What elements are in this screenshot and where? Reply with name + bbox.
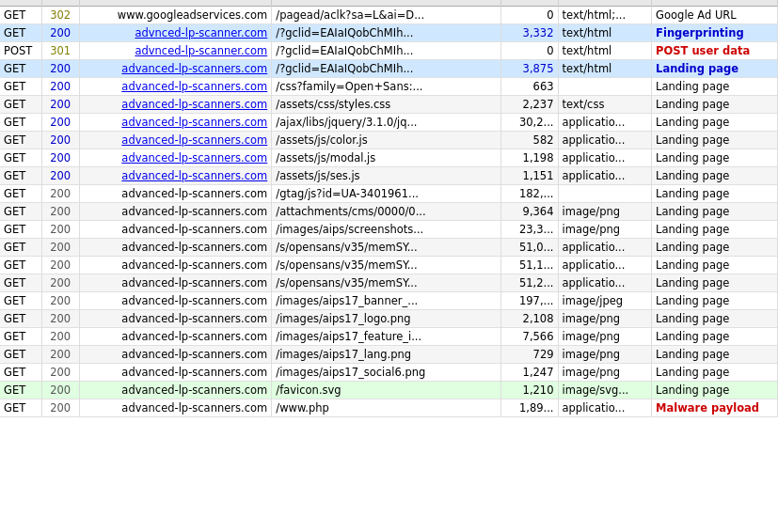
cell-method: GET	[0, 114, 41, 132]
table-row[interactable]: GET 200 advanced-lp-scanners.com /images…	[0, 328, 778, 346]
cell-body: 23,3...	[500, 221, 558, 239]
cell-comment: Landing page	[652, 78, 778, 96]
cell-host: advanced-lp-scanners.com	[79, 185, 272, 203]
cell-url: /gtag/js?id=UA-3401961...	[272, 185, 500, 203]
cell-host[interactable]: advnced-lp-scanner.com	[79, 42, 272, 60]
cell-body: 2,108	[500, 310, 558, 328]
cell-content-type: image/svg...	[558, 382, 652, 399]
cell-comment: Landing page	[652, 60, 778, 78]
cell-url: /favicon.svg	[272, 382, 500, 399]
table-row[interactable]: GET 200 advanced-lp-scanners.com /attach…	[0, 203, 778, 221]
cell-host: advanced-lp-scanners.com	[79, 346, 272, 364]
cell-comment: Landing page	[652, 221, 778, 239]
cell-content-type: image/png	[558, 364, 652, 382]
cell-host[interactable]: advanced-lp-scanners.com	[79, 96, 272, 114]
cell-host: advanced-lp-scanners.com	[79, 328, 272, 346]
cell-content-type: image/jpeg	[558, 292, 652, 310]
cell-result: 200	[41, 239, 79, 257]
table-row[interactable]: GET 302 www.googleadservices.com /pagead…	[0, 7, 778, 24]
table-row[interactable]: GET 200 advanced-lp-scanners.com /s/open…	[0, 257, 778, 274]
cell-method: GET	[0, 364, 41, 382]
cell-method: GET	[0, 203, 41, 221]
table-row[interactable]: GET 200 advanced-lp-scanners.com /css?fa…	[0, 78, 778, 96]
cell-body: 51,1...	[500, 257, 558, 274]
table-row[interactable]: GET 200 advanced-lp-scanners.com /images…	[0, 292, 778, 310]
cell-content-type: applicatio...	[558, 399, 652, 417]
cell-method: POST	[0, 42, 41, 60]
cell-method: GET	[0, 221, 41, 239]
cell-comment: Landing page	[652, 114, 778, 132]
cell-content-type: applicatio...	[558, 114, 652, 132]
table-row[interactable]: GET 200 advanced-lp-scanners.com /images…	[0, 221, 778, 239]
cell-host[interactable]: advanced-lp-scanners.com	[79, 60, 272, 78]
cell-method: GET	[0, 292, 41, 310]
cell-host: advanced-lp-scanners.com	[79, 399, 272, 417]
cell-comment: Fingerprinting	[652, 24, 778, 42]
cell-host[interactable]: advanced-lp-scanners.com	[79, 114, 272, 132]
cell-result: 200	[41, 292, 79, 310]
cell-host: advanced-lp-scanners.com	[79, 257, 272, 274]
cell-content-type: text/html	[558, 42, 652, 60]
cell-result: 200	[41, 364, 79, 382]
cell-content-type: applicatio...	[558, 257, 652, 274]
table-row[interactable]: POST 301 advnced-lp-scanner.com /?gclid=…	[0, 42, 778, 60]
cell-result: 200	[41, 60, 79, 78]
cell-url: /?gclid=EAIaIQobChMIh...	[272, 60, 500, 78]
table-row[interactable]: GET 200 advanced-lp-scanners.com /?gclid…	[0, 60, 778, 78]
table-row[interactable]: GET 200 advnced-lp-scanner.com /?gclid=E…	[0, 24, 778, 42]
table-row[interactable]: GET 200 advanced-lp-scanners.com /gtag/j…	[0, 185, 778, 203]
cell-body: 1,247	[500, 364, 558, 382]
cell-host: advanced-lp-scanners.com	[79, 310, 272, 328]
cell-comment: Google Ad URL	[652, 7, 778, 24]
table-row[interactable]: GET 200 advanced-lp-scanners.com /s/open…	[0, 274, 778, 292]
cell-body: 2,237	[500, 96, 558, 114]
cell-comment: Landing page	[652, 257, 778, 274]
table-row[interactable]: GET 200 advanced-lp-scanners.com /images…	[0, 364, 778, 382]
cell-method: GET	[0, 399, 41, 417]
cell-content-type: applicatio...	[558, 239, 652, 257]
table-row[interactable]: GET 200 advanced-lp-scanners.com /assets…	[0, 96, 778, 114]
cell-content-type: applicatio...	[558, 274, 652, 292]
cell-comment: Landing page	[652, 274, 778, 292]
cell-host: advanced-lp-scanners.com	[79, 274, 272, 292]
network-traffic-table: GET 302 www.googleadservices.com /pagead…	[0, 0, 778, 417]
cell-body: 51,2...	[500, 274, 558, 292]
cell-result: 200	[41, 203, 79, 221]
cell-result: 200	[41, 310, 79, 328]
cell-result: 200	[41, 274, 79, 292]
cell-host[interactable]: advanced-lp-scanners.com	[79, 132, 272, 149]
cell-result: 200	[41, 114, 79, 132]
cell-method: GET	[0, 382, 41, 399]
cell-host[interactable]: advanced-lp-scanners.com	[79, 78, 272, 96]
table-row[interactable]: GET 200 advanced-lp-scanners.com /www.ph…	[0, 399, 778, 417]
cell-content-type: image/png	[558, 221, 652, 239]
cell-result: 200	[41, 328, 79, 346]
cell-host[interactable]: advnced-lp-scanner.com	[79, 24, 272, 42]
cell-result: 200	[41, 78, 79, 96]
table-row[interactable]: GET 200 advanced-lp-scanners.com /assets…	[0, 167, 778, 185]
cell-host: advanced-lp-scanners.com	[79, 203, 272, 221]
cell-result: 200	[41, 132, 79, 149]
cell-comment: Landing page	[652, 203, 778, 221]
table-row[interactable]: GET 200 advanced-lp-scanners.com /favico…	[0, 382, 778, 399]
table-row[interactable]: GET 200 advanced-lp-scanners.com /ajax/l…	[0, 114, 778, 132]
cell-host[interactable]: advanced-lp-scanners.com	[79, 149, 272, 167]
table-row[interactable]: GET 200 advanced-lp-scanners.com /assets…	[0, 132, 778, 149]
cell-body: 7,566	[500, 328, 558, 346]
cell-content-type: image/png	[558, 328, 652, 346]
cell-url: /assets/js/color.js	[272, 132, 500, 149]
cell-result: 200	[41, 167, 79, 185]
table-row[interactable]: GET 200 advanced-lp-scanners.com /images…	[0, 310, 778, 328]
cell-comment: Malware payload	[652, 399, 778, 417]
cell-comment: Landing page	[652, 328, 778, 346]
cell-url: /pagead/aclk?sa=L&ai=D...	[272, 7, 500, 24]
cell-url: /s/opensans/v35/memSY...	[272, 239, 500, 257]
cell-host: advanced-lp-scanners.com	[79, 364, 272, 382]
table-row[interactable]: GET 200 advanced-lp-scanners.com /s/open…	[0, 239, 778, 257]
cell-comment: Landing page	[652, 310, 778, 328]
table-row[interactable]: GET 200 advanced-lp-scanners.com /assets…	[0, 149, 778, 167]
cell-url: /www.php	[272, 399, 500, 417]
table-row[interactable]: GET 200 advanced-lp-scanners.com /images…	[0, 346, 778, 364]
cell-comment: POST user data	[652, 42, 778, 60]
cell-host[interactable]: advanced-lp-scanners.com	[79, 167, 272, 185]
